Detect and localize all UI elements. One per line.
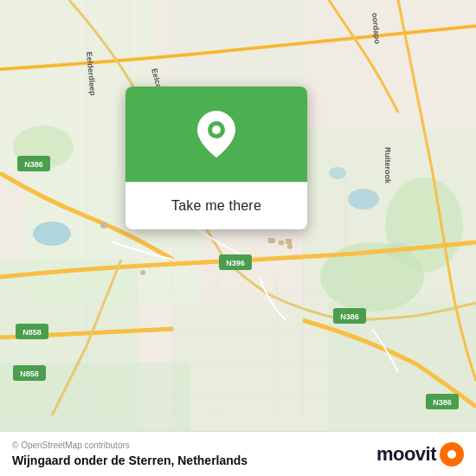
svg-point-11 (329, 167, 346, 179)
copyright-text: © OpenStreetMap contributors (12, 441, 248, 450)
svg-point-47 (100, 222, 107, 228)
bottom-left-info: © OpenStreetMap contributors Wijngaard o… (12, 441, 248, 467)
svg-point-53 (212, 125, 221, 134)
svg-text:Ruiterook: Ruiterook (383, 147, 392, 184)
location-name: Wijngaard onder de Sterren, Netherlands (12, 453, 248, 467)
svg-rect-4 (173, 0, 303, 87)
bottom-bar: © OpenStreetMap contributors Wijngaard o… (0, 431, 476, 476)
svg-point-46 (287, 244, 293, 249)
moovit-logo: moovit (376, 442, 464, 466)
moovit-dot-inner (447, 450, 456, 459)
svg-rect-49 (268, 238, 275, 243)
svg-rect-50 (279, 241, 284, 245)
svg-point-48 (140, 270, 145, 275)
take-me-there-button[interactable]: Take me there (164, 195, 268, 217)
svg-text:N386: N386 (433, 398, 452, 407)
map-container: N386 N396 N858 N858 N386 N386 Eelderdlee… (0, 0, 476, 476)
svg-text:N396: N396 (226, 259, 245, 267)
svg-rect-51 (286, 239, 292, 244)
moovit-dot-icon (440, 442, 464, 466)
svg-text:N386: N386 (340, 312, 359, 321)
svg-text:N386: N386 (24, 160, 43, 169)
popup-card: Take me there (125, 87, 307, 229)
svg-text:N858: N858 (23, 328, 42, 337)
map-svg: N386 N396 N858 N858 N386 N386 Eelderdlee… (0, 0, 476, 476)
svg-text:N858: N858 (20, 370, 39, 378)
popup-button-area[interactable]: Take me there (125, 182, 307, 229)
popup-green-area (125, 87, 307, 182)
moovit-brand-text: moovit (376, 443, 436, 466)
location-pin-icon (197, 111, 235, 158)
svg-point-9 (33, 222, 71, 246)
svg-point-10 (348, 189, 379, 209)
svg-point-14 (385, 177, 463, 273)
